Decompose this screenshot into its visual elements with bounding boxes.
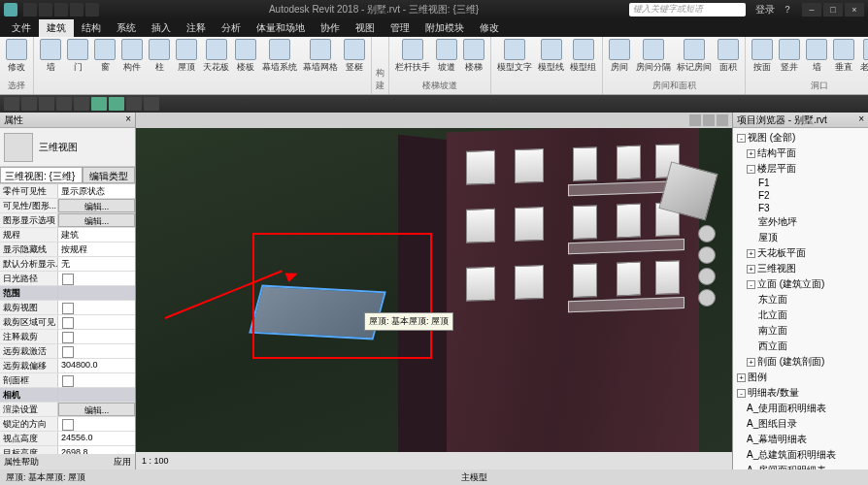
menu-tab[interactable]: 协作	[313, 19, 348, 37]
property-value[interactable]	[58, 272, 135, 285]
ribbon-button[interactable]: 坡道	[434, 39, 459, 74]
property-value[interactable]: 显示原状态	[58, 184, 135, 198]
maximize-button[interactable]: □	[823, 3, 843, 16]
property-value[interactable]: 24556.0	[58, 432, 135, 445]
minimize-button[interactable]: –	[802, 3, 821, 16]
nav-pan-icon[interactable]	[698, 246, 716, 264]
ribbon-button[interactable]: 按面	[750, 39, 775, 74]
checkbox[interactable]	[62, 317, 74, 329]
expand-icon[interactable]: +	[747, 265, 755, 274]
expand-icon[interactable]: +	[747, 358, 755, 367]
search-input[interactable]: 键入关键字或短语	[629, 3, 746, 16]
tool-icon[interactable]	[126, 97, 142, 111]
menu-tab[interactable]: 建筑	[39, 19, 74, 37]
property-edit-button[interactable]: 编辑...	[58, 199, 135, 212]
tree-node[interactable]: +天花板平面	[735, 245, 866, 261]
ribbon-button[interactable]: 面积	[716, 39, 741, 74]
tree-node[interactable]: A_图纸目录	[735, 416, 866, 432]
property-value[interactable]	[58, 301, 135, 314]
tree-node[interactable]: 室外地坪	[735, 214, 866, 230]
ribbon-button[interactable]: 柱	[147, 39, 172, 74]
tool-icon[interactable]	[56, 97, 72, 111]
ribbon-button[interactable]: 模型线	[536, 39, 566, 74]
tool-icon[interactable]	[74, 97, 89, 111]
tool-icon[interactable]	[91, 97, 107, 111]
menu-tab[interactable]: 注释	[179, 19, 214, 37]
help-icon[interactable]: ？	[783, 3, 792, 16]
property-value[interactable]	[58, 373, 135, 387]
tree-node[interactable]: +剖面 (建筑剖面)	[735, 354, 866, 370]
ribbon-button[interactable]: 栏杆扶手	[393, 39, 432, 74]
scale-display[interactable]: 1 : 100	[142, 456, 169, 466]
properties-help[interactable]: 属性帮助	[4, 456, 39, 468]
expand-icon[interactable]: +	[747, 149, 755, 158]
expand-icon[interactable]: -	[737, 134, 746, 143]
tree-node[interactable]: A_幕墙明细表	[735, 432, 866, 447]
tree-node[interactable]: -明细表/数量	[735, 385, 866, 401]
vp-maximize-icon[interactable]	[703, 114, 715, 126]
menu-tab[interactable]: 管理	[383, 19, 417, 37]
expand-icon[interactable]: -	[747, 280, 755, 289]
checkbox[interactable]	[62, 375, 74, 387]
ribbon-button[interactable]: 标记房间	[675, 39, 714, 74]
expand-icon[interactable]: -	[747, 165, 755, 174]
user-menu[interactable]: 登录	[755, 3, 775, 16]
qat-undo-icon[interactable]	[54, 3, 68, 16]
3d-viewport[interactable]: 屋顶: 基本屋顶: 屋顶	[136, 128, 732, 452]
ribbon-button[interactable]: 房间分隔	[634, 39, 673, 74]
ribbon-button[interactable]: 修改	[4, 39, 29, 74]
property-value[interactable]: 建筑	[58, 228, 135, 242]
tree-node[interactable]: 东立面	[735, 292, 866, 307]
property-value[interactable]	[58, 417, 135, 431]
close-button[interactable]: ×	[845, 3, 864, 16]
ribbon-button[interactable]: 老虎窗	[858, 39, 868, 74]
property-value[interactable]: 304800.0	[58, 359, 135, 372]
ribbon-button[interactable]: 房间	[607, 39, 632, 74]
expand-icon[interactable]: -	[737, 389, 746, 398]
tree-node[interactable]: -视图 (全部)	[735, 130, 866, 146]
menu-tab[interactable]: 结构	[74, 19, 109, 37]
menu-tab[interactable]: 视图	[348, 19, 383, 37]
property-value[interactable]	[58, 344, 135, 358]
ribbon-button[interactable]: 屋顶	[174, 39, 199, 74]
ribbon-button[interactable]: 墙	[38, 39, 63, 74]
ribbon-button[interactable]: 楼梯	[461, 39, 486, 74]
checkbox[interactable]	[62, 419, 74, 431]
tree-node[interactable]: 北立面	[735, 307, 866, 323]
ribbon-button[interactable]: 竖梃	[342, 39, 367, 74]
menu-tab[interactable]: 附加模块	[417, 19, 472, 37]
tool-icon[interactable]	[4, 97, 19, 111]
menu-tab[interactable]: 系统	[109, 19, 144, 37]
menu-tab[interactable]: 分析	[214, 19, 249, 37]
tree-node[interactable]: F2	[735, 189, 866, 202]
ribbon-button[interactable]: 构件	[119, 39, 145, 74]
tree-node[interactable]: +结构平面	[735, 146, 866, 161]
vp-close-icon[interactable]	[717, 114, 728, 126]
tree-node[interactable]: A_房间面积明细表	[735, 463, 866, 469]
type-selector[interactable]: 三维视图	[0, 128, 135, 167]
property-value[interactable]: 2698.8	[58, 446, 135, 454]
tree-node[interactable]: F3	[735, 202, 866, 214]
tree-node[interactable]: +三维视图	[735, 261, 866, 276]
checkbox[interactable]	[62, 346, 74, 358]
property-value[interactable]: 无	[58, 257, 135, 271]
checkbox[interactable]	[62, 303, 74, 314]
ribbon-button[interactable]: 模型文字	[495, 39, 534, 74]
tree-node[interactable]: 南立面	[735, 323, 866, 339]
ribbon-button[interactable]: 墙	[804, 39, 829, 74]
tree-node[interactable]: A_使用面积明细表	[735, 401, 866, 416]
status-workset[interactable]: 主模型	[461, 471, 487, 484]
qat-print-icon[interactable]	[85, 3, 99, 16]
property-edit-button[interactable]: 编辑...	[58, 213, 135, 227]
ribbon-button[interactable]: 门	[65, 39, 90, 74]
ribbon-button[interactable]: 竖井	[777, 39, 802, 74]
ribbon-button[interactable]: 窗	[92, 39, 117, 74]
menu-tab[interactable]: 体量和场地	[249, 19, 313, 37]
tree-node[interactable]: A_总建筑面积明细表	[735, 447, 866, 463]
instance-dropdown[interactable]: 三维视图: {三维}	[0, 167, 83, 183]
ribbon-button[interactable]: 幕墙系统	[260, 39, 299, 74]
tree-node[interactable]: 西立面	[735, 339, 866, 354]
close-icon[interactable]: ×	[858, 113, 864, 126]
tool-icon[interactable]	[144, 97, 159, 111]
property-value[interactable]: 按规程	[58, 242, 135, 256]
